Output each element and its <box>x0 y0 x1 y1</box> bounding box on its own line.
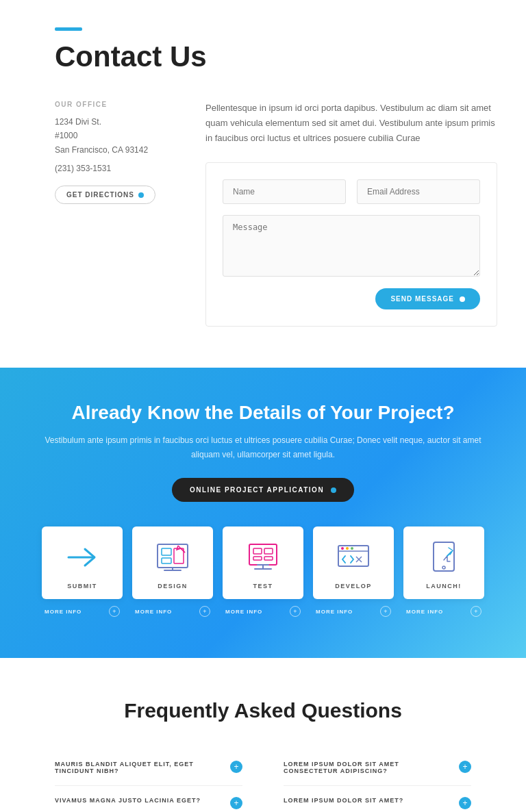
contact-form: SEND MESSAGE <box>205 162 497 327</box>
submit-label: SUBMIT <box>51 583 113 589</box>
more-info-circle-4[interactable]: + <box>380 606 391 617</box>
more-info-design: MORE INFO + <box>132 606 213 617</box>
message-textarea[interactable] <box>223 215 480 277</box>
more-info-launch: MORE INFO + <box>403 606 484 617</box>
step-launch: LAUNCH! <box>403 526 484 599</box>
faq-col-2: LOREM IPSUM DOLOR SIT AMET CONSECTETUR A… <box>284 750 471 812</box>
svg-rect-3 <box>174 548 184 563</box>
launch-label: LAUNCH! <box>413 583 475 589</box>
svg-rect-9 <box>249 544 277 565</box>
faq-col-1: MAURIS BLANDIT ALIQUET ELIT, EGET TINCID… <box>55 750 242 812</box>
office-label: OUR OFFICE <box>55 101 178 108</box>
svg-rect-13 <box>264 557 273 560</box>
faq-item: LOREM IPSUM DOLOR SIT AMET CONSECTETUR A… <box>284 750 471 786</box>
launch-icon <box>413 540 475 574</box>
banner-section: Already Know the Details of Your Project… <box>0 368 526 658</box>
banner-description: Vestibulum ante ipsum primis in faucibus… <box>41 433 485 461</box>
directions-button[interactable]: GET DIRECTIONS <box>55 186 155 204</box>
office-info: OUR OFFICE 1234 Divi St. #1000 San Franc… <box>55 101 178 327</box>
step-test: TEST <box>223 526 303 599</box>
more-info-develop: MORE INFO + <box>313 606 394 617</box>
step-submit: SUBMIT <box>42 526 123 599</box>
directions-dot <box>138 192 144 198</box>
send-dot <box>460 296 465 302</box>
faq-item: MAURIS BLANDIT ALIQUET ELIT, EGET TINCID… <box>55 750 242 786</box>
faq-grid: MAURIS BLANDIT ALIQUET ELIT, EGET TINCID… <box>55 750 471 812</box>
design-label: DESIGN <box>142 583 203 589</box>
svg-rect-10 <box>253 548 262 554</box>
svg-point-21 <box>351 547 353 550</box>
form-footer: SEND MESSAGE <box>223 288 480 309</box>
design-icon <box>142 540 203 574</box>
contact-grid: OUR OFFICE 1234 Divi St. #1000 San Franc… <box>55 101 471 327</box>
faq-toggle-1-1[interactable]: + <box>230 761 242 773</box>
faq-item: VIVAMUS MAGNA JUSTO LACINIA EGET? + <box>55 786 242 812</box>
more-info-circle-1[interactable]: + <box>109 606 120 617</box>
svg-rect-11 <box>264 548 273 554</box>
step-design: DESIGN <box>132 526 213 599</box>
test-label: TEST <box>232 583 294 589</box>
accent-bar <box>55 27 82 31</box>
faq-item: LOREM IPSUM DOLOR SIT AMET? + <box>284 786 471 812</box>
more-info-circle-3[interactable]: + <box>290 606 301 617</box>
faq-title: Frequently Asked Questions <box>55 699 471 722</box>
contact-description: Pellentesque in ipsum id orci porta dapi… <box>205 101 497 146</box>
test-icon <box>232 540 294 574</box>
page-title: Contact Us <box>55 40 471 73</box>
office-phone: (231) 353-1531 <box>55 164 178 173</box>
faq-toggle-2-2[interactable]: + <box>459 797 471 809</box>
step-develop: DEVELOP <box>313 526 394 599</box>
cta-dot <box>331 487 336 493</box>
svg-rect-12 <box>253 557 262 560</box>
submit-icon <box>51 540 113 574</box>
contact-section: Contact Us OUR OFFICE 1234 Divi St. #100… <box>0 0 526 368</box>
more-info-row: MORE INFO + MORE INFO + MORE INFO + MORE… <box>41 606 485 637</box>
svg-rect-4 <box>162 558 171 563</box>
more-info-test: MORE INFO + <box>223 606 303 617</box>
faq-toggle-2-1[interactable]: + <box>459 761 471 773</box>
contact-right: Pellentesque in ipsum id orci porta dapi… <box>205 101 497 327</box>
banner-title: Already Know the Details of Your Project… <box>41 402 485 424</box>
email-input[interactable] <box>357 179 480 204</box>
form-row-top <box>223 179 480 204</box>
more-info-circle-2[interactable]: + <box>199 606 210 617</box>
faq-toggle-1-2[interactable]: + <box>230 797 242 809</box>
more-info-circle-5[interactable]: + <box>471 606 481 617</box>
faq-section: Frequently Asked Questions MAURIS BLANDI… <box>0 658 526 812</box>
svg-point-19 <box>341 547 344 550</box>
svg-rect-2 <box>162 548 171 555</box>
svg-point-20 <box>346 547 349 550</box>
send-button[interactable]: SEND MESSAGE <box>375 288 480 309</box>
develop-label: DEVELOP <box>323 583 384 589</box>
develop-icon <box>323 540 384 574</box>
more-info-submit: MORE INFO + <box>42 606 123 617</box>
steps-grid: SUBMIT DESIGN <box>41 526 485 599</box>
online-application-button[interactable]: ONLINE PROJECT APPLICATION <box>172 478 354 502</box>
name-input[interactable] <box>223 179 346 204</box>
office-address: 1234 Divi St. #1000 San Francisco, CA 93… <box>55 115 178 157</box>
svg-point-25 <box>442 566 445 569</box>
